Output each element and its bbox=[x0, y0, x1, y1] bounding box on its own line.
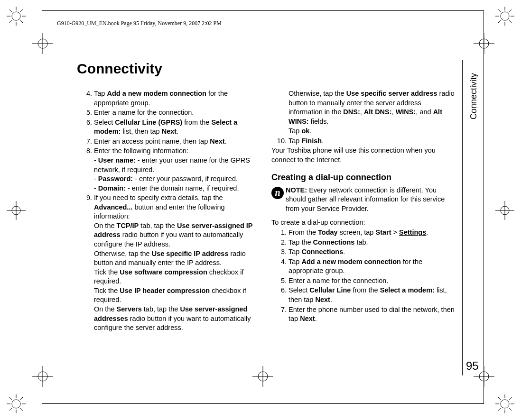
t: , bbox=[392, 108, 396, 116]
t: list, then tap bbox=[121, 128, 161, 135]
svg-line-23 bbox=[9, 397, 12, 400]
step-body: Tap Finish. bbox=[288, 137, 456, 146]
dialup-step-2: 2. Tap the Connections tab. bbox=[271, 238, 456, 247]
t: On the bbox=[94, 305, 117, 313]
t: Use software compression bbox=[120, 268, 207, 276]
reg-mid-right bbox=[495, 201, 514, 220]
t: . bbox=[177, 128, 178, 135]
t: Enter the following information: bbox=[94, 146, 262, 156]
step-body: Enter a name for the connection. bbox=[288, 276, 456, 286]
t: DNS: bbox=[343, 108, 360, 116]
column-right: Otherwise, tap the Use specific server a… bbox=[271, 89, 456, 333]
reg-mark-bl-sun bbox=[7, 394, 26, 413]
t: - bbox=[94, 184, 98, 192]
svg-line-25 bbox=[9, 408, 12, 411]
svg-line-32 bbox=[498, 397, 501, 400]
step-8-user: - User name: - enter your user name for … bbox=[94, 156, 262, 174]
t: On the bbox=[94, 222, 117, 229]
step-9-otherwise: Otherwise, tap the Use specific IP addre… bbox=[94, 249, 262, 268]
t: Otherwise, tap the bbox=[288, 90, 346, 97]
step-8-password: - Password: - enter your password, if re… bbox=[94, 174, 262, 184]
t: - enter the domain name, if required. bbox=[126, 184, 239, 192]
step-body: Select Cellular Line (GPRS) from the Sel… bbox=[94, 118, 262, 137]
t: . bbox=[315, 315, 317, 322]
t: Otherwise, tap the bbox=[94, 250, 152, 257]
step-body: Enter the phone number used to dial the … bbox=[288, 305, 456, 324]
svg-line-33 bbox=[509, 408, 512, 411]
t: TCP/IP bbox=[117, 222, 139, 229]
svg-line-24 bbox=[20, 408, 23, 411]
t: Select bbox=[94, 119, 115, 126]
t: screen, tap bbox=[338, 228, 376, 236]
t: Enter an access point name, then tap bbox=[94, 137, 210, 145]
t: Tap bbox=[288, 258, 301, 265]
column-left: 4. Tap Add a new modem connection for th… bbox=[77, 89, 262, 333]
step-8: 8. Enter the following information: - Us… bbox=[77, 146, 262, 193]
page-title: Connectivity bbox=[77, 61, 162, 77]
note-text: NOTE: Every network connection is differ… bbox=[286, 186, 456, 214]
step-9: 9. If you need to specify extra details,… bbox=[77, 193, 262, 332]
crop-tl bbox=[32, 33, 53, 54]
step-10: 10. Tap Finish. bbox=[271, 137, 456, 146]
reg-mark-tl-sun bbox=[7, 7, 26, 26]
t: Tap the bbox=[288, 238, 313, 246]
t: . bbox=[426, 228, 428, 236]
step-body: Tap the Connections tab. bbox=[288, 238, 456, 247]
step-body: Enter the following information: - User … bbox=[94, 146, 262, 193]
svg-line-8 bbox=[20, 9, 23, 12]
step-4: 4. Tap Add a new modem connection for th… bbox=[77, 89, 262, 108]
svg-line-14 bbox=[498, 9, 501, 12]
svg-line-6 bbox=[20, 20, 23, 23]
step-num: 4. bbox=[77, 89, 94, 108]
t: NOTE: bbox=[286, 186, 307, 194]
crop-tr bbox=[474, 33, 494, 54]
side-chapter-label: Connectivity bbox=[469, 63, 479, 119]
dialup-lead: To create a dial-up connection: bbox=[271, 218, 456, 228]
t: Domain: bbox=[98, 184, 126, 192]
note-box: n NOTE: Every network connection is diff… bbox=[271, 186, 456, 214]
step-body: Enter an access point name, then tap Nex… bbox=[94, 137, 262, 146]
t: - bbox=[94, 156, 98, 164]
step-num: 6. bbox=[77, 118, 94, 137]
dialup-step-4: 4. Tap Add a new modem connection for th… bbox=[271, 257, 456, 276]
t: If you need to specify extra details, ta… bbox=[94, 194, 223, 201]
step-num: 3. bbox=[271, 247, 288, 257]
t: Advanced... bbox=[94, 203, 132, 211]
dialup-step-7: 7. Enter the phone number used to dial t… bbox=[271, 305, 456, 324]
svg-line-17 bbox=[509, 9, 512, 12]
t: tab. bbox=[354, 238, 368, 246]
dialup-step-6: 6. Select Cellular Line from the Select … bbox=[271, 286, 456, 304]
t: Use specific IP address bbox=[152, 250, 229, 257]
step-body: Select Cellular Line from the Select a m… bbox=[288, 286, 456, 304]
step-num: 4. bbox=[271, 257, 288, 276]
t: Next bbox=[162, 128, 177, 135]
t: Use specific server address bbox=[346, 90, 437, 97]
step-body: Tap Add a new modem connection for the a… bbox=[288, 257, 456, 276]
t: Add a new modem connection bbox=[301, 258, 400, 265]
svg-line-26 bbox=[20, 397, 23, 400]
t: Today bbox=[318, 228, 338, 236]
t: Use IP header compression bbox=[120, 287, 210, 294]
t: Add a new modem connection bbox=[107, 90, 206, 97]
dialup-step-3: 3. Tap Connections. bbox=[271, 247, 456, 257]
svg-line-34 bbox=[498, 408, 501, 411]
t: . bbox=[343, 248, 345, 256]
t: ok bbox=[301, 127, 309, 135]
step-body: Enter a name for the connection. bbox=[94, 108, 262, 118]
step-8-domain: - Domain: - enter the domain name, if re… bbox=[94, 184, 262, 193]
t: Alt DNS: bbox=[364, 108, 392, 116]
outro-text: Your Toshiba phone will use this connect… bbox=[271, 146, 456, 164]
svg-point-0 bbox=[12, 12, 20, 20]
step-9-cont-otherwise: Otherwise, tap the Use specific server a… bbox=[288, 89, 456, 126]
t: , bbox=[360, 108, 364, 116]
section-heading-dialup: Creating a dial-up connection bbox=[271, 172, 456, 183]
step-9-lead: If you need to specify extra details, ta… bbox=[94, 193, 262, 221]
crop-bl bbox=[32, 366, 53, 387]
t: from the bbox=[351, 286, 380, 294]
t: Select bbox=[288, 286, 309, 294]
step-9-tap-ok: Tap ok. bbox=[288, 127, 456, 136]
t: Tick the bbox=[94, 287, 120, 294]
t: WINS: bbox=[396, 108, 416, 116]
step-num: 1. bbox=[271, 228, 288, 237]
step-num: 6. bbox=[271, 286, 288, 304]
